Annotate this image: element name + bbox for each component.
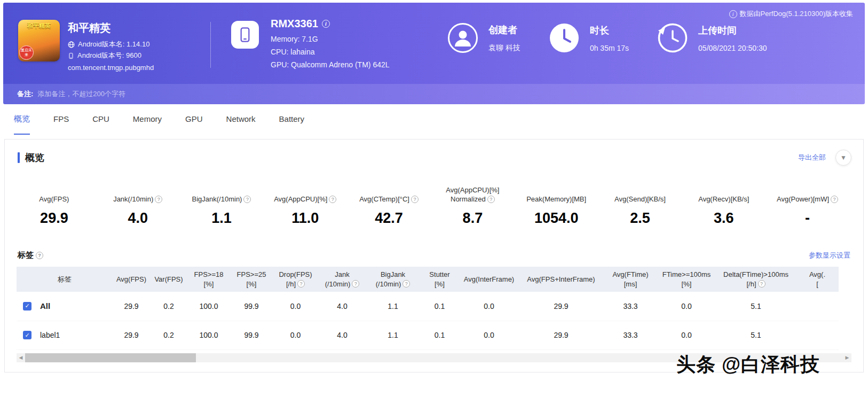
table-row: ✓label129.90.2100.099.90.04.01.10.10.029… [17,321,839,350]
remark-bar[interactable]: 备注: 添加备注，不超过200个字符 [3,84,865,104]
history-clock-icon [657,22,689,54]
cell: 29.9 [113,321,150,350]
labels-table-wrap: 标签Avg(FPS)Var(FPS)FPS>=18[%]FPS>=25[%]Dr… [17,267,851,350]
tab-GPU[interactable]: GPU [185,104,203,135]
help-icon[interactable]: ? [297,280,305,288]
metric-value: 2.5 [598,210,682,227]
cell: 5.1 [716,292,796,321]
tab-Network[interactable]: Network [226,104,256,135]
accent-bar [18,152,20,163]
tab-Battery[interactable]: Battery [279,104,305,135]
cell [796,292,839,321]
tab-bar: 概览FPSCPUMemoryGPUNetworkBattery [0,104,868,135]
column-header: FPS>=25[%] [230,267,273,292]
help-icon[interactable]: ? [352,280,359,288]
metric-value: 3.6 [682,210,766,227]
help-icon[interactable]: ? [403,280,410,288]
cell: 100.0 [187,321,230,350]
cell: 0.0 [657,292,716,321]
tab-概览[interactable]: 概览 [14,104,30,135]
cell [796,321,839,350]
duration-value: 0h 35m 17s [590,44,629,52]
device-memory: Memory: 7.1G [271,35,390,43]
metric-label: Avg(Send)[KB/s] [598,185,682,204]
creator-label: 创建者 [488,24,520,36]
cell: 99.9 [230,321,273,350]
app-name: 和平精英 [68,21,154,35]
clock-icon [548,22,580,54]
help-icon[interactable]: ? [329,196,336,203]
chevron-down-icon: ▼ [840,154,847,161]
device-info-icon[interactable]: i [322,20,330,28]
labels-title: 标签 ? [18,250,43,260]
row-checkbox[interactable]: ✓ [23,302,31,310]
metric: Avg(FPS)29.9 [12,185,96,227]
help-icon[interactable]: ? [155,196,162,203]
metrics-row: Avg(FPS)29.9Jank(/10min)?4.0BigJank(/10m… [5,171,863,245]
metric: Peak(Memory)[MB]1054.0 [515,185,598,227]
export-all-link[interactable]: 导出全部 [798,153,826,162]
help-icon[interactable]: ? [831,196,838,203]
help-icon[interactable]: ? [487,196,495,203]
upload-time-meta: 上传时间 05/08/2021 20:50:30 [698,24,767,52]
app-icon: 和平精英 重启未来 [18,20,60,61]
device-phone-icon [231,21,259,49]
help-icon[interactable]: ? [243,196,251,203]
upload-time-block: 上传时间 05/08/2021 20:50:30 [657,22,767,54]
help-icon[interactable]: ? [758,280,766,288]
help-icon[interactable]: ? [36,252,43,259]
cell: 0.0 [273,321,318,350]
tab-CPU[interactable]: CPU [92,104,109,135]
tab-FPS[interactable]: FPS [53,104,69,135]
scrollbar-thumb[interactable] [25,353,196,362]
creator-meta: 创建者 袁聊 科技 [488,24,520,53]
app-meta: 和平精英 Android版本名: 1.14.10 Android版本号: 960… [68,20,154,72]
column-header: Jank(/10min)? [318,267,366,292]
metric: Avg(Power)[mW]?- [766,185,849,227]
label-cell: ✓All [17,292,113,321]
column-header: FTime>=100ms[%] [657,267,716,292]
header-row: 标签Avg(FPS)Var(FPS)FPS>=18[%]FPS>=25[%]Dr… [17,267,839,292]
creator-value: 袁聊 科技 [488,43,520,53]
metric-label: Avg(Power)[mW]? [766,185,849,204]
device-model: RMX3361 i [271,18,390,30]
column-header: Avg(InterFrame) [460,267,518,292]
cell: 4.0 [318,321,366,350]
column-header: Var(FPS) [150,267,187,292]
tab-Memory[interactable]: Memory [133,104,162,135]
head-right: 导出全部 ▼ [798,150,851,166]
app-icon-title: 和平精英 [18,22,60,30]
collect-info-text: 数据由PerfDog(5.1.210300)版本收集 [740,9,853,19]
duration-block: 时长 0h 35m 17s [548,22,629,54]
help-icon[interactable]: ? [411,196,419,203]
scroll-left-arrow[interactable]: ◀ [17,353,25,362]
row-label: label1 [40,331,60,339]
cell: 29.9 [518,321,604,350]
metric-value: 1.1 [180,210,264,227]
vertical-divider [210,22,211,68]
param-settings-link[interactable]: 参数显示设置 [809,251,850,260]
watermark-text: 头条 @白泽科技 [676,352,820,378]
metric-label: Avg(AppCPU)[%]Normalized? [431,185,515,204]
globe-icon [68,41,75,48]
column-header: Avg(FPS+InterFrame) [518,267,604,292]
phone-small-icon [68,52,74,59]
device-cpu: CPU: lahaina [271,48,390,56]
upload-time-value: 05/08/2021 20:50:30 [698,44,767,52]
remark-placeholder: 添加备注，不超过200个字符 [37,89,125,99]
info-icon: i [729,10,737,18]
scroll-right-arrow[interactable]: ▶ [843,353,851,362]
cell: 4.0 [318,292,366,321]
metric-value: 11.0 [263,210,347,227]
overview-card: 概览 导出全部 ▼ Avg(FPS)29.9Jank(/10min)?4.0Bi… [4,139,864,372]
metric-value: 4.0 [96,210,180,227]
cell: 33.3 [604,292,657,321]
metric-label: Avg(AppCPU)[%]? [263,185,347,204]
device-meta: RMX3361 i Memory: 7.1G CPU: lahaina GPU:… [271,18,390,73]
table-row: ✓All29.90.2100.099.90.04.01.10.10.029.93… [17,292,839,321]
collapse-button[interactable]: ▼ [835,150,851,166]
cell: 1.1 [366,292,420,321]
column-header: Avg(FTime)[ms] [604,267,657,292]
row-checkbox[interactable]: ✓ [23,331,31,339]
header-banner: i 数据由PerfDog(5.1.210300)版本收集 和平精英 重启未来 和… [3,3,865,84]
